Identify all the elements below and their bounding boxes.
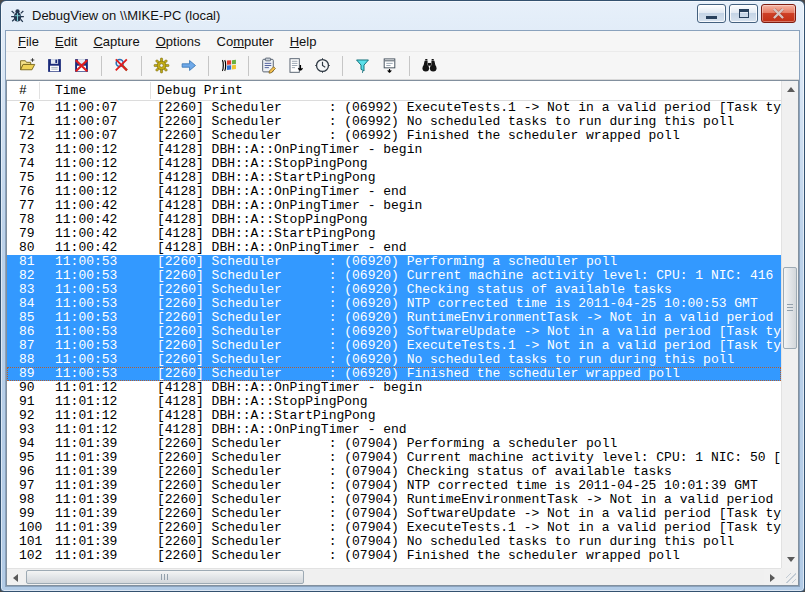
log-row-94[interactable]: 9411:01:39[2260] Scheduler : (07904) Per… (7, 437, 781, 451)
row-debug-print: [2260] Scheduler : (06920) SoftwareUpdat… (157, 325, 781, 339)
log-row-84[interactable]: 8411:00:53[2260] Scheduler : (06920) NTP… (7, 297, 781, 311)
row-time: 11:00:42 (55, 199, 157, 213)
menu-file[interactable]: File (10, 31, 47, 52)
log-row-70[interactable]: 7011:00:07[2260] Scheduler : (06992) Exe… (7, 101, 781, 115)
row-number: 74 (7, 157, 55, 171)
row-number: 73 (7, 143, 55, 157)
open-button[interactable] (15, 54, 40, 77)
row-debug-print: [2260] Scheduler : (06920) NTP corrected… (157, 297, 781, 311)
row-time: 11:01:39 (55, 549, 157, 563)
column-header-time[interactable]: Time (55, 81, 86, 100)
close-icon (772, 8, 785, 19)
log-row-85[interactable]: 8511:00:53[2260] Scheduler : (06920) Run… (7, 311, 781, 325)
passthrough-button[interactable] (176, 54, 201, 77)
column-header-number[interactable]: # (19, 81, 27, 100)
toolbar-separator (141, 56, 142, 76)
row-number: 72 (7, 129, 55, 143)
log-row-77[interactable]: 7711:00:42[4128] DBH::A::OnPingTimer - b… (7, 199, 781, 213)
row-debug-print: [4128] DBH::A::OnPingTimer - end (157, 185, 781, 199)
titlebar[interactable]: DebugView on \\MIKE-PC (local) (1, 1, 804, 30)
log-row-87[interactable]: 8711:00:53[2260] Scheduler : (06920) Exe… (7, 339, 781, 353)
log-row-75[interactable]: 7511:00:12[4128] DBH::A::StartPingPong (7, 171, 781, 185)
row-number: 93 (7, 423, 55, 437)
log-row-92[interactable]: 9211:01:12[4128] DBH::A::StartPingPong (7, 409, 781, 423)
log-row-89[interactable]: 8911:00:53[2260] Scheduler : (06920) Fin… (7, 367, 781, 381)
capture-kernel-button[interactable] (149, 54, 174, 77)
scroll-right-button[interactable] (764, 569, 781, 586)
maximize-button[interactable] (729, 4, 758, 23)
menu-help[interactable]: Help (282, 31, 325, 52)
row-time: 11:00:07 (55, 101, 157, 115)
log-row-79[interactable]: 7911:00:42[4128] DBH::A::StartPingPong (7, 227, 781, 241)
log-row-72[interactable]: 7211:00:07[2260] Scheduler : (06992) Fin… (7, 129, 781, 143)
log-row-91[interactable]: 9111:01:12[4128] DBH::A::StopPingPong (7, 395, 781, 409)
log-row-96[interactable]: 9611:01:39[2260] Scheduler : (07904) Che… (7, 465, 781, 479)
row-time: 11:00:53 (55, 353, 157, 367)
log-row-88[interactable]: 8811:00:53[2260] Scheduler : (06920) No … (7, 353, 781, 367)
row-number: 96 (7, 465, 55, 479)
log-to-file-button[interactable] (69, 54, 94, 77)
log-row-76[interactable]: 7611:00:12[4128] DBH::A::OnPingTimer - e… (7, 185, 781, 199)
filter-button[interactable] (350, 54, 375, 77)
save-button[interactable] (42, 54, 67, 77)
scroll-left-button[interactable] (7, 569, 24, 586)
log-row-90[interactable]: 9011:01:12[4128] DBH::A::OnPingTimer - b… (7, 381, 781, 395)
capture-win32-button[interactable] (216, 54, 241, 77)
log-row-100[interactable]: 10011:01:39[2260] Scheduler : (07904) Ex… (7, 521, 781, 535)
row-time: 11:00:07 (55, 129, 157, 143)
clock-time-icon (314, 57, 331, 74)
menu-computer[interactable]: Computer (209, 31, 282, 52)
column-divider[interactable] (39, 82, 40, 99)
column-divider[interactable] (150, 82, 151, 99)
close-button[interactable] (761, 4, 796, 23)
column-header-debug-print[interactable]: Debug Print (157, 81, 243, 100)
log-row-101[interactable]: 10111:01:39[2260] Scheduler : (07904) No… (7, 535, 781, 549)
highlight-button[interactable] (377, 54, 402, 77)
log-row-97[interactable]: 9711:01:39[2260] Scheduler : (07904) NTP… (7, 479, 781, 493)
row-debug-print: [2260] Scheduler : (06920) Checking stat… (157, 283, 781, 297)
log-row-86[interactable]: 8611:00:53[2260] Scheduler : (06920) Sof… (7, 325, 781, 339)
log-row-98[interactable]: 9811:01:39[2260] Scheduler : (07904) Run… (7, 493, 781, 507)
log-row-102[interactable]: 10211:01:39[2260] Scheduler : (07904) Fi… (7, 549, 781, 563)
log-row-99[interactable]: 9911:01:39[2260] Scheduler : (07904) Sof… (7, 507, 781, 521)
log-row-80[interactable]: 8011:00:42[4128] DBH::A::OnPingTimer - e… (7, 241, 781, 255)
log-row-73[interactable]: 7311:00:12[4128] DBH::A::OnPingTimer - b… (7, 143, 781, 157)
menu-options[interactable]: Options (148, 31, 209, 52)
vertical-scroll-thumb[interactable] (783, 267, 797, 349)
toolbar-separator (248, 56, 249, 76)
row-debug-print: [2260] Scheduler : (06992) No scheduled … (157, 115, 781, 129)
log-row-93[interactable]: 9311:01:12[4128] DBH::A::OnPingTimer - e… (7, 423, 781, 437)
row-time: 11:01:39 (55, 493, 157, 507)
row-number: 98 (7, 493, 55, 507)
resize-grip-icon[interactable] (786, 573, 796, 583)
capture-events-button[interactable] (109, 54, 134, 77)
log-row-71[interactable]: 7111:00:07[2260] Scheduler : (06992) No … (7, 115, 781, 129)
scroll-down-button[interactable] (782, 551, 799, 568)
log-boot-button[interactable] (256, 54, 281, 77)
row-debug-print: [4128] DBH::A::StartPingPong (157, 171, 781, 185)
row-debug-print: [2260] Scheduler : (06992) ExecuteTests.… (157, 101, 781, 115)
log-row-82[interactable]: 8211:00:53[2260] Scheduler : (06920) Cur… (7, 269, 781, 283)
scroll-up-button[interactable] (782, 81, 799, 98)
menu-edit[interactable]: Edit (47, 31, 85, 52)
clock-time-button[interactable] (310, 54, 335, 77)
row-time: 11:00:12 (55, 185, 157, 199)
open-icon (19, 57, 36, 74)
horizontal-scroll-thumb[interactable] (26, 570, 304, 584)
log-row-78[interactable]: 7811:00:42[4128] DBH::A::StopPingPong (7, 213, 781, 227)
autoscroll-button[interactable] (283, 54, 308, 77)
row-time: 11:00:12 (55, 157, 157, 171)
find-button[interactable] (417, 54, 442, 77)
toolbar (6, 52, 799, 80)
log-row-83[interactable]: 8311:00:53[2260] Scheduler : (06920) Che… (7, 283, 781, 297)
minimize-button[interactable] (697, 4, 726, 23)
row-time: 11:01:12 (55, 423, 157, 437)
vertical-scrollbar[interactable] (781, 81, 798, 568)
log-row-74[interactable]: 7411:00:12[4128] DBH::A::StopPingPong (7, 157, 781, 171)
log-row-81[interactable]: 8111:00:53[2260] Scheduler : (06920) Per… (7, 255, 781, 269)
log-boot-icon (260, 57, 277, 74)
log-row-95[interactable]: 9511:01:39[2260] Scheduler : (07904) Cur… (7, 451, 781, 465)
horizontal-scrollbar[interactable] (7, 568, 781, 585)
menu-capture[interactable]: Capture (85, 31, 147, 52)
toolbar-separator (342, 56, 343, 76)
